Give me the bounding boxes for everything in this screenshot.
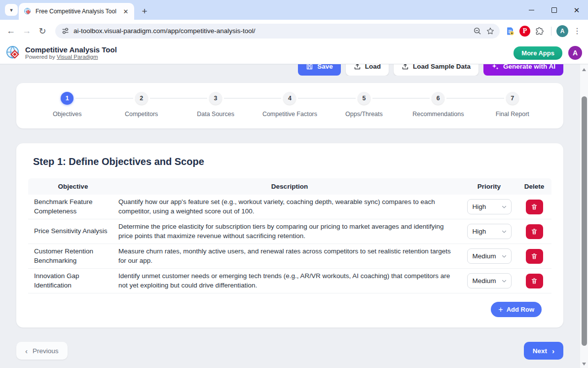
- add-row-button[interactable]: + Add Row: [491, 302, 542, 317]
- step-number-badge: 7: [506, 92, 519, 105]
- objectives-table: Benchmark Feature Completeness Quantify …: [28, 195, 551, 293]
- table-header-row: ObjectiveDescriptionPriorityDelete: [28, 178, 551, 195]
- step-number-badge: 1: [61, 92, 74, 105]
- new-tab-button[interactable]: +: [138, 5, 151, 18]
- step1-card: Step 1: Define Objectives and Scope Obje…: [16, 143, 563, 327]
- description-cell: Determine the price elasticity for subsc…: [118, 222, 461, 240]
- scrollbar-thumb[interactable]: [582, 96, 587, 346]
- load-sample-data-button[interactable]: Load Sample Data: [394, 64, 478, 76]
- next-button[interactable]: Next ›: [524, 342, 563, 360]
- scrollbar-down-arrow-icon[interactable]: [582, 363, 586, 366]
- favicon-visual-paradigm-icon: [24, 7, 32, 15]
- close-window-button[interactable]: ✕: [565, 0, 588, 20]
- sparkles-icon: [491, 64, 499, 71]
- description-cell: Identify unmet customer needs or emergin…: [118, 272, 461, 289]
- close-tab-icon[interactable]: ✕: [121, 7, 130, 16]
- previous-button[interactable]: ‹ Previous: [16, 342, 68, 360]
- wizard-nav: ‹ Previous Next ›: [16, 342, 563, 360]
- bookmark-star-icon[interactable]: [486, 27, 495, 36]
- load-button[interactable]: Load: [346, 64, 389, 76]
- maximize-icon: [551, 7, 557, 13]
- delete-row-button[interactable]: [526, 274, 543, 288]
- more-apps-button[interactable]: More Apps: [514, 46, 562, 60]
- delete-row-button[interactable]: [526, 249, 543, 264]
- trash-icon: [531, 252, 538, 260]
- delete-row-button[interactable]: [526, 224, 543, 239]
- trash-icon: [531, 277, 538, 285]
- upload-icon: [354, 64, 361, 70]
- stepper-step[interactable]: 2 Competitors: [104, 92, 178, 118]
- browser-menu-icon[interactable]: ⋮: [571, 26, 583, 36]
- description-cell: Quantify how our app's feature set (e.g.…: [118, 198, 461, 215]
- plus-icon: +: [498, 305, 503, 314]
- step-label: Final Report: [496, 111, 529, 118]
- toolbar-divider: [551, 27, 551, 36]
- step-label: Objectives: [53, 111, 81, 118]
- trash-icon: [531, 228, 538, 235]
- stepper-step[interactable]: 5 Opps/Threats: [327, 92, 401, 118]
- delete-row-button[interactable]: [526, 200, 543, 214]
- browser-tab[interactable]: Free Competitive Analysis Tool ✕: [19, 3, 134, 20]
- step-number-badge: 2: [135, 92, 148, 105]
- minimize-button[interactable]: [520, 0, 543, 20]
- minimize-icon: [529, 10, 534, 10]
- tab-title: Free Competitive Analysis Tool: [36, 8, 117, 15]
- maximize-button[interactable]: [543, 0, 565, 20]
- step-label: Competitive Factors: [262, 111, 317, 118]
- url-text[interactable]: ai-toolbox.visual-paradigm.com/app/compe…: [74, 27, 469, 35]
- page-content: Save Load Load Sample Data Generate: [0, 64, 580, 368]
- column-header: Description: [118, 183, 461, 190]
- scrollbar-up-arrow-icon[interactable]: [582, 68, 586, 71]
- table-row: Innovation Gap Identification Identify u…: [28, 269, 551, 293]
- tab-search-button[interactable]: ▾: [5, 4, 18, 16]
- upload-icon: [402, 64, 409, 70]
- stepper-step[interactable]: 1 Objectives: [30, 92, 104, 118]
- chevron-down-icon: [501, 253, 507, 259]
- powered-by: Powered by Visual Paradigm: [25, 54, 117, 60]
- forward-button: →: [19, 23, 35, 39]
- priority-select[interactable]: High: [467, 199, 512, 214]
- priority-value: High: [473, 228, 501, 235]
- app-title-block: Competitive Analysis Tool Powered by Vis…: [25, 45, 117, 60]
- user-avatar[interactable]: A: [568, 46, 582, 60]
- reload-button[interactable]: ↻: [35, 23, 50, 39]
- chevron-down-icon: ▾: [10, 7, 13, 13]
- browser-profile-avatar[interactable]: A: [556, 25, 568, 37]
- trash-icon: [531, 203, 538, 210]
- step-label: Recommendations: [412, 111, 464, 118]
- extensions-area: P A ⋮: [504, 25, 583, 38]
- column-header: Delete: [517, 183, 551, 190]
- site-settings-icon[interactable]: [61, 27, 70, 35]
- column-header: Priority: [461, 183, 517, 190]
- step-label: Opps/Threats: [345, 111, 383, 118]
- objective-cell: Innovation Gap Identification: [28, 272, 118, 289]
- pinterest-extension-icon[interactable]: P: [519, 26, 530, 37]
- chevron-down-icon: [501, 204, 507, 210]
- page-scrollbar[interactable]: [580, 64, 588, 368]
- priority-select[interactable]: Medium: [467, 248, 512, 264]
- stepper-step[interactable]: 7 Final Report: [476, 92, 550, 118]
- priority-select[interactable]: Medium: [467, 273, 512, 288]
- generate-with-ai-button[interactable]: Generate with AI: [483, 64, 563, 76]
- visual-paradigm-link[interactable]: Visual Paradigm: [57, 54, 98, 60]
- step-number-badge: 5: [358, 92, 370, 105]
- step-heading: Step 1: Define Objectives and Scope: [33, 156, 551, 167]
- back-button[interactable]: ←: [3, 23, 19, 39]
- chevron-down-icon: [501, 229, 507, 235]
- save-floppy-icon: [306, 64, 313, 70]
- table-row: Benchmark Feature Completeness Quantify …: [28, 195, 551, 219]
- save-button[interactable]: Save: [298, 64, 341, 76]
- objective-cell: Customer Retention Benchmarking: [28, 247, 118, 265]
- chevron-down-icon: [501, 278, 507, 284]
- extensions-puzzle-icon[interactable]: [533, 25, 546, 38]
- stepper-step[interactable]: 4 Competitive Factors: [253, 92, 327, 118]
- description-cell: Measure churn rates, monthly active user…: [118, 247, 461, 265]
- stepper-step[interactable]: 3 Data Sources: [179, 92, 253, 118]
- address-bar[interactable]: ai-toolbox.visual-paradigm.com/app/compe…: [55, 24, 500, 39]
- priority-select[interactable]: High: [467, 224, 512, 239]
- zoom-icon[interactable]: [473, 27, 482, 36]
- chevron-left-icon: ‹: [25, 347, 28, 355]
- step-label: Competitors: [125, 111, 158, 118]
- download-extension-icon[interactable]: [504, 25, 516, 38]
- stepper-step[interactable]: 6 Recommendations: [401, 92, 475, 118]
